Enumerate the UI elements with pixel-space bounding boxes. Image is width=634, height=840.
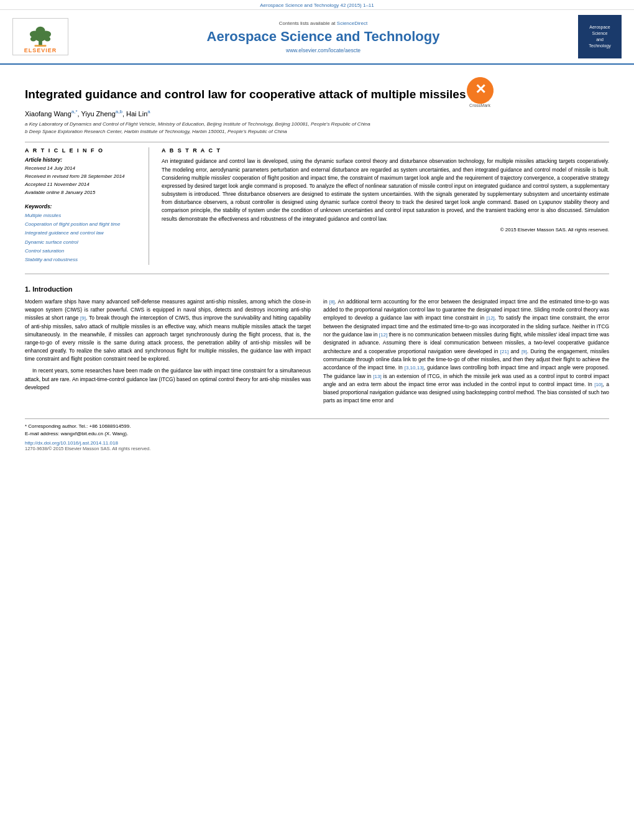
corner-logo-text: Aerospace Science and Technology	[589, 24, 610, 48]
article-info-abstract: A R T I C L E I N F O Article history: R…	[25, 147, 609, 265]
keyword-3: Integrated guidance and control law	[25, 229, 139, 238]
intro-col-left: Modern warfare ships have many advanced …	[25, 298, 311, 409]
page: Aerospace Science and Technology 42 (201…	[0, 0, 634, 840]
divider-2	[25, 274, 609, 274]
corresponding-author: * Corresponding author. Tel.: +86 106889…	[25, 423, 609, 430]
keyword-6: Stability and robustness	[25, 256, 139, 264]
top-bar: Aerospace Science and Technology 42 (201…	[0, 0, 634, 10]
article-info-panel: A R T I C L E I N F O Article history: R…	[25, 147, 149, 265]
abstract-text: An integrated guidance and control law i…	[162, 157, 609, 223]
divider-1	[25, 142, 609, 142]
sciencedirect-link[interactable]: ScienceDirect	[337, 21, 367, 26]
history-label: Article history:	[25, 157, 139, 163]
keyword-1: Multiple missiles	[25, 211, 139, 220]
available-date: Available online 8 January 2015	[25, 189, 139, 197]
footnote-area: * Corresponding author. Tel.: +86 106889…	[25, 418, 609, 451]
abstract-title: A B S T R A C T	[162, 147, 609, 154]
received-date: Received 14 July 2014	[25, 165, 139, 173]
issn-line: 1270-9638/© 2015 Elsevier Masson SAS. Al…	[25, 446, 609, 451]
svg-rect-7	[35, 45, 47, 47]
svg-point-5	[30, 37, 37, 42]
keyword-2: Cooperation of flight position and fligh…	[25, 220, 139, 229]
affiliations: a Key Laboratory of Dynamics and Control…	[25, 121, 609, 136]
crossmark-svg: ✕ CrossMark	[466, 76, 494, 104]
keyword-4: Dynamic surface control	[25, 238, 139, 247]
affiliation-b: b Deep Space Exploration Research Center…	[25, 128, 609, 136]
keyword-5: Control saturation	[25, 247, 139, 256]
author1: Xiaofang Wang	[25, 109, 71, 117]
author2: Yiyu Zheng	[81, 109, 116, 117]
contents-line: Contents lists available at ScienceDirec…	[68, 21, 578, 26]
authors-line: Xiaofang Wanga,*, Yiyu Zhenga,b, Hai Lin…	[25, 109, 609, 118]
journal-header: ELSEVIER Contents lists available at Sci…	[0, 10, 634, 65]
svg-point-6	[45, 37, 51, 42]
affiliation-a: a Key Laboratory of Dynamics and Control…	[25, 121, 609, 128]
elsevier-tree-icon	[22, 24, 59, 47]
elsevier-logo: ELSEVIER	[12, 18, 68, 55]
svg-point-4	[35, 27, 45, 35]
journal-center: Contents lists available at ScienceDirec…	[68, 21, 578, 53]
crossmark-icon[interactable]: ✕ CrossMark CrossMark	[466, 76, 494, 104]
introduction-section: 1. Introduction Modern warfare ships hav…	[25, 285, 609, 409]
svg-text:✕: ✕	[474, 81, 485, 97]
intro-section-title: 1. Introduction	[25, 285, 609, 293]
journal-ref: Aerospace Science and Technology 42 (201…	[260, 2, 374, 8]
author3: Hai Lin	[126, 109, 147, 117]
received-revised-date: Received in revised form 28 September 20…	[25, 173, 139, 181]
journal-url: www.elsevier.com/locate/aescte	[68, 47, 578, 53]
intro-col-right: in [8]. An additional term accounting fo…	[323, 298, 609, 409]
article-title: Integrated guidance and control law for …	[25, 87, 466, 103]
journal-title-header: Aerospace Science and Technology	[68, 29, 578, 45]
copyright-line: © 2015 Elsevier Masson SAS. All rights r…	[162, 227, 609, 233]
intro-p1: Modern warfare ships have many advanced …	[25, 298, 311, 364]
elsevier-brand: ELSEVIER	[24, 47, 57, 53]
intro-columns: Modern warfare ships have many advanced …	[25, 298, 609, 409]
intro-p2: In recent years, some researches have be…	[25, 367, 311, 392]
corner-logo-box: Aerospace Science and Technology	[578, 15, 622, 58]
intro-p3: in [8]. An additional term accounting fo…	[323, 298, 609, 405]
doi-line[interactable]: http://dx.doi.org/10.1016/j.ast.2014.11.…	[25, 440, 609, 446]
article-content: Integrated guidance and control law for …	[0, 65, 634, 458]
abstract-section: A B S T R A C T An integrated guidance a…	[162, 147, 609, 265]
article-info-title: A R T I C L E I N F O	[25, 147, 139, 154]
svg-text:CrossMark: CrossMark	[471, 98, 489, 102]
accepted-date: Accepted 11 November 2014	[25, 181, 139, 189]
keywords-title: Keywords:	[25, 203, 139, 210]
title-row: Integrated guidance and control law for …	[25, 80, 609, 109]
email-address: E-mail address: wangxf@bit.edu.cn (X. Wa…	[25, 430, 609, 438]
